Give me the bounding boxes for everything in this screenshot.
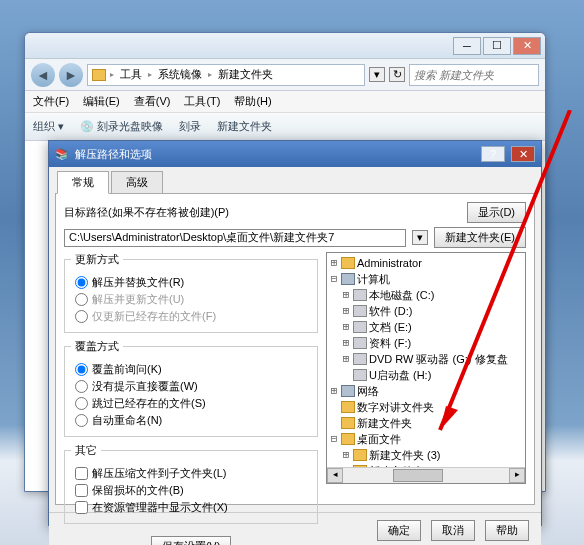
collapse-icon[interactable]: ⊟: [329, 271, 339, 287]
explorer-menubar: 文件(F) 编辑(E) 查看(V) 工具(T) 帮助(H): [25, 91, 545, 113]
misc-subfolder[interactable]: 解压压缩文件到子文件夹(L): [71, 466, 311, 481]
burn-image-button[interactable]: 💿 刻录光盘映像: [80, 119, 163, 134]
tree-node[interactable]: 软件 (D:): [369, 303, 412, 319]
chevron-right-icon: ▸: [110, 70, 114, 79]
folder-icon: [92, 69, 106, 81]
dialog-help-button[interactable]: ?: [481, 146, 505, 162]
forward-button[interactable]: ►: [59, 63, 83, 87]
misc-broken[interactable]: 保留损坏的文件(B): [71, 483, 311, 498]
breadcrumb[interactable]: 工具: [118, 67, 144, 82]
scroll-right-button[interactable]: ▸: [509, 468, 525, 483]
collapse-icon[interactable]: ⊟: [329, 431, 339, 447]
dialog-title: 解压路径和选项: [75, 147, 152, 162]
misc-group: 其它 解压压缩文件到子文件夹(L) 保留损坏的文件(B) 在资源管理器中显示文件…: [64, 443, 318, 524]
horizontal-scrollbar[interactable]: ◂ ▸: [327, 467, 525, 483]
network-icon: [341, 385, 355, 397]
chevron-right-icon: ▸: [208, 70, 212, 79]
scroll-thumb[interactable]: [393, 469, 443, 482]
refresh-button[interactable]: ↻: [389, 67, 405, 82]
menu-tools[interactable]: 工具(T): [184, 94, 220, 109]
update-replace[interactable]: 解压并替换文件(R): [71, 275, 311, 290]
back-button[interactable]: ◄: [31, 63, 55, 87]
address-dropdown[interactable]: ▾: [369, 67, 385, 82]
organize-button[interactable]: 组织 ▾: [33, 119, 64, 134]
folder-icon: [341, 401, 355, 413]
overwrite-skip[interactable]: 跳过已经存在的文件(S): [71, 396, 311, 411]
tree-node[interactable]: 新建文件夹 (3): [369, 447, 441, 463]
tab-general[interactable]: 常规: [57, 171, 109, 194]
minimize-button[interactable]: ─: [453, 37, 481, 55]
dest-label: 目标路径(如果不存在将被创建)(P): [64, 205, 461, 220]
tab-advanced[interactable]: 高级: [111, 171, 163, 194]
ok-button[interactable]: 确定: [377, 520, 421, 541]
address-bar[interactable]: ▸ 工具 ▸ 系统镜像 ▸ 新建文件夹: [87, 64, 365, 86]
tree-node[interactable]: 数字对讲文件夹: [357, 399, 434, 415]
new-folder-button[interactable]: 新建文件夹(E): [434, 227, 526, 248]
expand-icon[interactable]: ⊞: [329, 383, 339, 399]
expand-icon[interactable]: ⊞: [341, 287, 351, 303]
update-fresh[interactable]: 仅更新已经存在的文件(F): [71, 309, 311, 324]
dvd-icon: [353, 353, 367, 365]
cancel-button[interactable]: 取消: [431, 520, 475, 541]
folder-tree[interactable]: ⊞Administrator ⊟计算机 ⊞本地磁盘 (C:) ⊞软件 (D:) …: [326, 252, 526, 484]
explorer-titlebar: ─ ☐ ✕: [25, 33, 545, 59]
dialog-close-button[interactable]: ✕: [511, 146, 535, 162]
folder-icon: [341, 433, 355, 445]
overwrite-ask[interactable]: 覆盖前询问(K): [71, 362, 311, 377]
expand-icon[interactable]: ⊞: [341, 319, 351, 335]
overwrite-rename[interactable]: 自动重命名(N): [71, 413, 311, 428]
drive-icon: [353, 369, 367, 381]
breadcrumb[interactable]: 新建文件夹: [216, 67, 275, 82]
tab-panel: 目标路径(如果不存在将被创建)(P) 显示(D) ▾ 新建文件夹(E) 更新方式…: [55, 193, 535, 505]
display-button[interactable]: 显示(D): [467, 202, 526, 223]
tree-node[interactable]: 文档 (E:): [369, 319, 412, 335]
drive-icon: [353, 321, 367, 333]
archive-icon: 📚: [55, 148, 69, 161]
menu-edit[interactable]: 编辑(E): [83, 94, 120, 109]
close-button[interactable]: ✕: [513, 37, 541, 55]
maximize-button[interactable]: ☐: [483, 37, 511, 55]
dest-path-input[interactable]: [64, 229, 406, 247]
tree-node[interactable]: 新建文件夹: [357, 415, 412, 431]
extract-dialog: 📚 解压路径和选项 ? ✕ 常规 高级 目标路径(如果不存在将被创建)(P) 显…: [48, 140, 542, 526]
help-button[interactable]: 帮助: [485, 520, 529, 541]
folder-icon: [341, 257, 355, 269]
search-input[interactable]: [409, 64, 539, 86]
expand-icon[interactable]: ⊞: [341, 447, 351, 463]
path-dropdown[interactable]: ▾: [412, 230, 428, 245]
overwrite-silent[interactable]: 没有提示直接覆盖(W): [71, 379, 311, 394]
menu-view[interactable]: 查看(V): [134, 94, 171, 109]
update-group: 更新方式 解压并替换文件(R) 解压并更新文件(U) 仅更新已经存在的文件(F): [64, 252, 318, 333]
tree-node[interactable]: 本地磁盘 (C:): [369, 287, 434, 303]
explorer-navbar: ◄ ► ▸ 工具 ▸ 系统镜像 ▸ 新建文件夹 ▾ ↻: [25, 59, 545, 91]
misc-explorer[interactable]: 在资源管理器中显示文件(X): [71, 500, 311, 515]
tree-node[interactable]: 网络: [357, 383, 379, 399]
new-folder-button[interactable]: 新建文件夹: [217, 119, 272, 134]
tree-node[interactable]: 计算机: [357, 271, 390, 287]
breadcrumb[interactable]: 系统镜像: [156, 67, 204, 82]
folder-icon: [353, 449, 367, 461]
menu-file[interactable]: 文件(F): [33, 94, 69, 109]
expand-icon[interactable]: ⊞: [341, 303, 351, 319]
expand-icon[interactable]: ⊞: [341, 335, 351, 351]
tree-node[interactable]: 桌面文件: [357, 431, 401, 447]
update-update[interactable]: 解压并更新文件(U): [71, 292, 311, 307]
chevron-right-icon: ▸: [148, 70, 152, 79]
tree-node[interactable]: Administrator: [357, 255, 422, 271]
update-legend: 更新方式: [71, 252, 123, 267]
tree-node[interactable]: 资料 (F:): [369, 335, 411, 351]
drive-icon: [353, 289, 367, 301]
burn-button[interactable]: 刻录: [179, 119, 201, 134]
scroll-left-button[interactable]: ◂: [327, 468, 343, 483]
drive-icon: [353, 305, 367, 317]
expand-icon[interactable]: ⊞: [341, 351, 351, 367]
tree-node[interactable]: U启动盘 (H:): [369, 367, 431, 383]
misc-legend: 其它: [71, 443, 101, 458]
expand-icon[interactable]: ⊞: [329, 255, 339, 271]
save-settings-button[interactable]: 保存设置(V): [151, 536, 232, 545]
overwrite-legend: 覆盖方式: [71, 339, 123, 354]
overwrite-group: 覆盖方式 覆盖前询问(K) 没有提示直接覆盖(W) 跳过已经存在的文件(S) 自…: [64, 339, 318, 437]
menu-help[interactable]: 帮助(H): [234, 94, 271, 109]
tree-node[interactable]: DVD RW 驱动器 (G:) 修复盘: [369, 351, 508, 367]
drive-icon: [353, 337, 367, 349]
